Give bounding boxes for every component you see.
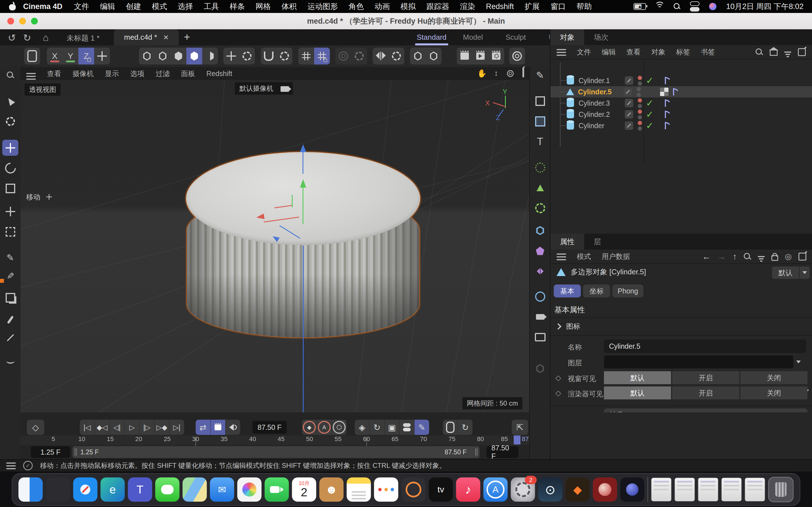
layout-tab-sculpt[interactable]: Sculpt [506,29,526,45]
vp-menu-filter[interactable]: 过滤 [156,69,170,78]
menu-mode[interactable]: 模式 [147,1,172,11]
rotation-record-button[interactable]: ↻ [458,420,472,435]
symmetry-object-tool[interactable] [532,263,548,279]
autokey-button[interactable]: A [317,420,332,435]
dock-safari[interactable] [73,477,98,502]
snap-settings-button[interactable] [276,48,292,64]
visibility-dots[interactable] [638,110,642,119]
keying-settings-button[interactable] [332,420,347,435]
edit-enable-toggle[interactable] [625,99,633,107]
render-view-button[interactable] [457,48,472,64]
tweak-mode-tool[interactable] [2,290,18,305]
vp-menu-redshift[interactable]: Redshift [206,69,232,78]
dock-launchpad[interactable] [46,477,70,502]
viewport-filter-search-tool[interactable] [2,67,18,83]
vp-menu-display[interactable]: 显示 [105,69,119,78]
om-menu-edit[interactable]: 编辑 [602,47,616,57]
play-button[interactable]: ▷ [124,420,139,435]
move-axis-tool[interactable] [2,203,18,219]
phong-tag-icon[interactable] [664,121,672,130]
redo-icon[interactable]: ↻ [23,32,31,43]
phong-tag-icon[interactable] [672,88,680,96]
minimize-window-button[interactable] [19,18,26,24]
undo-icon[interactable]: ↺ [8,32,16,43]
edit-enable-toggle[interactable] [625,76,633,85]
menu-render[interactable]: 渲染 [455,1,481,11]
enabled-check-icon[interactable]: ✓ [646,120,654,131]
om-search-icon[interactable] [756,48,763,56]
attr-filter-icon[interactable] [758,256,765,257]
object-row-cylinder[interactable]: Cylinder ✓ [550,120,812,131]
viewport-visible-on[interactable]: 开启 [672,371,739,384]
object-row-cylinder2[interactable]: Cylinder.2 ✓ [550,109,812,120]
dock-steam[interactable]: ⊙ [538,477,562,502]
dock-window-thumbnail[interactable] [651,478,672,501]
object-name[interactable]: Cylinder.3 [578,99,621,107]
next-key-button[interactable]: ▷◆ [154,420,169,435]
vp-menu-camera[interactable]: 摄像机 [72,69,94,78]
visibility-dots[interactable] [637,87,641,97]
toggle-panel-icon[interactable] [522,69,524,78]
home-icon[interactable]: ⌂ [43,32,49,43]
visibility-dots[interactable] [638,121,642,131]
object-mode-button[interactable] [202,48,218,64]
viewport-visible-default[interactable]: 默认 [604,371,671,384]
text-tool[interactable]: T [532,133,548,150]
menu-simulate[interactable]: 模拟 [395,1,421,11]
lock-z-axis-button[interactable]: Z [79,48,94,64]
volume-tool[interactable] [532,223,548,238]
render-picture-viewer-button[interactable] [472,48,488,64]
app-menu[interactable]: Cinema 4D [17,2,69,11]
key-rotation-button[interactable]: ↻ [370,420,384,435]
brush-tool[interactable] [2,312,18,328]
menu-window[interactable]: 窗口 [545,1,571,11]
menu-redshift[interactable]: Redshift [481,2,519,11]
polygons-mode-button[interactable] [170,48,186,64]
vp-menu-options[interactable]: 选项 [130,69,144,78]
mouse-record-button[interactable] [443,420,458,435]
tab-med-c4d[interactable]: med.c4d * × [114,29,179,45]
object-name[interactable]: Cylinder [578,122,621,130]
axis-settings-button[interactable] [239,48,255,64]
icon-group-row[interactable]: 图标 [556,322,580,331]
menu-select[interactable]: 选择 [172,1,199,11]
enabled-check-icon[interactable]: ✓ [646,75,654,86]
rotate-tool[interactable] [2,160,18,176]
pan-view-icon[interactable]: ✋ [477,69,487,78]
om-menu-file[interactable]: 文件 [577,47,591,57]
section-tab-phong[interactable]: Phong [612,284,644,297]
playhead[interactable] [514,436,520,445]
preset-dropdown-button[interactable] [800,267,810,279]
light-display-tool[interactable] [532,329,548,345]
edit-enable-toggle[interactable] [625,121,633,130]
layer-dropdown-icon[interactable] [796,360,801,363]
dock-window-thumbnail[interactable] [675,478,695,501]
range-slider[interactable]: 1.25 F 87.50 F [72,446,479,458]
scene-nodes-tool[interactable] [532,180,548,196]
dock-window-thumbnail[interactable] [698,478,718,501]
attr-menu-userdata[interactable]: 用户数据 [602,252,630,261]
spotlight-icon[interactable] [673,3,680,10]
object-row-cylinder3[interactable]: Cylinder.3 ✓ [550,98,812,109]
range-end-field[interactable]: 87.50 F [486,446,518,458]
om-menu-bookmarks[interactable]: 书签 [701,47,715,57]
dock-music[interactable]: ♪ [456,477,480,502]
om-menu-tags[interactable]: 标签 [676,47,690,57]
workplane-axis-button[interactable] [94,48,110,64]
dock-settings[interactable]: 2 [511,477,535,502]
om-menu-icon[interactable] [557,49,566,50]
symmetry-settings-button[interactable] [389,48,404,64]
timeline-ruler[interactable]: 5 10 15 20 25 30 35 40 45 50 55 60 65 70… [20,436,529,445]
control-center-icon[interactable] [690,1,700,11]
dock-cinema4d[interactable] [593,477,617,502]
play-all-frames-button[interactable] [211,420,225,435]
timeline-mode-button[interactable]: ⇱ [512,420,528,435]
om-menu-object[interactable]: 对象 [651,47,665,57]
dock-orange-3d-app[interactable]: ◆ [566,477,590,502]
wifi-icon[interactable] [656,3,664,10]
anim-dot[interactable]: ◇ [555,374,561,382]
attr-focus-icon[interactable]: ◎ [785,252,792,261]
dock-window-thumbnail[interactable] [745,478,765,501]
phong-tag-icon[interactable] [664,76,672,85]
renderer-visible-default[interactable]: 默认 [604,386,671,399]
